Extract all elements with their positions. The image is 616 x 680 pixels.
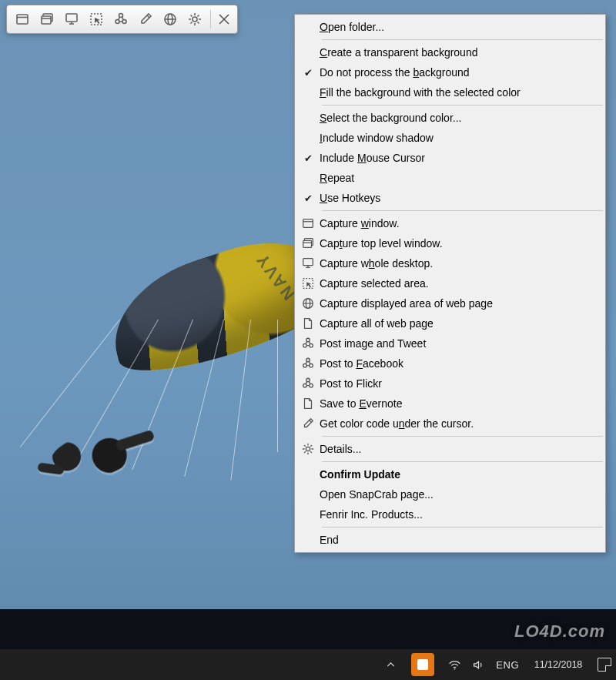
menu-item-label: Confirm Update (320, 468, 593, 481)
menu-item-label: Get color code under the cursor. (320, 417, 593, 430)
system-tray: ENG 11/12/2018 (380, 653, 616, 676)
menu-item-open-folder[interactable]: Open folder... (296, 17, 604, 37)
menu-item-label: Include Mouse Cursor (320, 152, 593, 164)
menu-item-end[interactable]: End (296, 530, 604, 550)
menu-item-label: Capture top level window. (320, 237, 593, 250)
menu-separator (322, 210, 603, 211)
globe-icon (162, 12, 178, 27)
eyedropper-icon (138, 12, 153, 27)
menu-item-capture-desktop[interactable]: Capture whole desktop. (296, 253, 604, 273)
menu-item-label: Open SnapCrab page... (320, 488, 593, 501)
language-indicator[interactable]: ENG (496, 659, 519, 671)
checkmark-icon (296, 62, 320, 82)
window-icon (296, 213, 320, 233)
menu-item-label: Capture selected area. (320, 277, 593, 290)
capture-desktop-button[interactable] (61, 8, 82, 30)
menu-item-open-snapcrab[interactable]: Open SnapCrab page... (296, 484, 604, 504)
menu-item-capture-selected[interactable]: Capture selected area. (296, 273, 604, 293)
menu-gutter (296, 484, 320, 504)
taskbar-app-icon[interactable] (411, 653, 434, 676)
eyedropper-icon (296, 414, 320, 434)
share-icon (113, 12, 129, 27)
snapcrab-toolbar (6, 5, 238, 34)
menu-item-label: Save to Evernote (320, 397, 593, 410)
menu-separator (322, 105, 603, 106)
menu-item-save-evernote[interactable]: Save to Evernote (296, 394, 604, 414)
menu-gutter (296, 504, 320, 524)
menu-item-label: Capture whole desktop. (320, 257, 593, 270)
menu-item-label: Capture window. (320, 217, 593, 229)
menu-gutter (296, 108, 320, 128)
page-icon (296, 313, 320, 333)
menu-gutter (296, 168, 320, 188)
page-icon (296, 394, 320, 414)
toolbar-separator (210, 10, 211, 28)
speaker-icon[interactable] (472, 658, 485, 672)
capture-window-button[interactable] (12, 8, 33, 30)
settings-button[interactable] (184, 8, 206, 30)
menu-item-include-mouse[interactable]: Include Mouse Cursor (296, 148, 604, 168)
capture-top-window-button[interactable] (36, 8, 58, 30)
window-icon (15, 12, 30, 27)
menu-item-label: Use Hotkeys (320, 192, 593, 204)
menu-item-include-shadow[interactable]: Include window shadow (296, 128, 604, 148)
menu-item-capture-window[interactable]: Capture window. (296, 213, 604, 233)
menu-separator (322, 461, 603, 462)
menu-item-fenrir-products[interactable]: Fenrir Inc. Products... (296, 504, 604, 524)
menu-item-label: Create a transparent background (320, 46, 593, 59)
context-menu: Open folder...Create a transparent backg… (294, 14, 606, 553)
menu-separator (322, 527, 603, 528)
menu-item-label: Capture all of web page (320, 317, 593, 330)
menu-item-no-process-bg[interactable]: Do not process the background (296, 62, 604, 82)
menu-item-capture-all-web[interactable]: Capture all of web page (296, 313, 604, 333)
menu-item-label: End (320, 534, 593, 546)
menu-item-label: Select the background color... (320, 112, 593, 124)
menu-item-get-color[interactable]: Get color code under the cursor. (296, 414, 604, 434)
menu-gutter (296, 82, 320, 102)
selection-icon (89, 12, 104, 27)
menu-gutter (296, 530, 320, 550)
menu-item-post-facebook[interactable]: Post to Facebook (296, 353, 604, 373)
menu-item-fill-bg-color[interactable]: Fill the background with the selected co… (296, 82, 604, 102)
taskbar-clock[interactable]: 11/12/2018 (530, 659, 587, 670)
share-icon (296, 373, 320, 394)
menu-separator (322, 39, 603, 40)
toolbar-close-button[interactable] (216, 8, 233, 30)
watermark: LO4D.com (514, 621, 605, 641)
menu-item-label: Post to Flickr (320, 377, 593, 390)
selection-icon (296, 273, 320, 293)
menu-item-label: Post to Facebook (320, 357, 593, 370)
menu-item-repeat[interactable]: Repeat (296, 168, 604, 188)
monitor-icon (64, 12, 79, 27)
tray-overflow-icon[interactable] (384, 658, 397, 672)
menu-item-capture-top-window[interactable]: Capture top level window. (296, 233, 604, 253)
close-icon (216, 12, 232, 27)
menu-item-post-tweet[interactable]: Post image and Tweet (296, 333, 604, 353)
share-icon (296, 353, 320, 373)
wifi-icon[interactable] (448, 658, 461, 672)
menu-item-label: Fill the background with the selected co… (320, 86, 593, 99)
menu-item-create-transparent-bg[interactable]: Create a transparent background (296, 42, 604, 62)
menu-item-capture-displayed-web[interactable]: Capture displayed area of web page (296, 293, 604, 313)
checkmark-icon (296, 188, 320, 208)
menu-separator (322, 436, 603, 437)
menu-item-label: Post image and Tweet (320, 337, 593, 350)
stacked-window-icon (296, 233, 320, 253)
capture-selection-button[interactable] (85, 8, 107, 30)
monitor-icon (296, 253, 320, 273)
menu-item-select-bg-color[interactable]: Select the background color... (296, 108, 604, 128)
color-picker-button[interactable] (135, 8, 156, 30)
menu-item-post-flickr[interactable]: Post to Flickr (296, 373, 604, 394)
capture-webpage-button[interactable] (159, 8, 181, 30)
post-tweet-button[interactable] (110, 8, 132, 30)
menu-gutter (296, 464, 320, 484)
menu-item-confirm-update[interactable]: Confirm Update (296, 464, 604, 484)
menu-item-details[interactable]: Details... (296, 439, 604, 459)
menu-item-use-hotkeys[interactable]: Use Hotkeys (296, 188, 604, 208)
stacked-window-icon (39, 12, 55, 27)
menu-item-label: Do not process the background (320, 66, 593, 79)
notifications-icon[interactable] (598, 658, 611, 672)
globe-icon (296, 293, 320, 313)
checkmark-icon (296, 148, 320, 168)
taskbar-date: 11/12/2018 (530, 659, 587, 670)
